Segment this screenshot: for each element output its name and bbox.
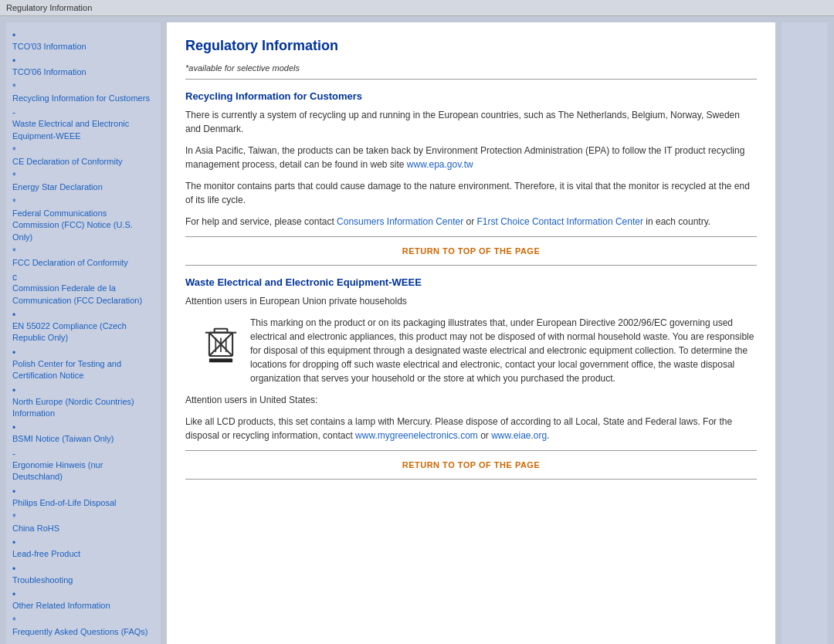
title-bar: Regulatory Information xyxy=(0,0,834,16)
nav-link-en55022[interactable]: EN 55022 Compliance (Czech Republic Only… xyxy=(12,320,154,344)
nav-link-tco06[interactable]: TCO'06 Information xyxy=(12,66,154,78)
list-item: Waste Electrical and Electronic Equipmen… xyxy=(12,107,154,142)
list-item: Philips End-of-Life Disposal xyxy=(12,486,154,509)
nav-link-bsmi[interactable]: BSMI Notice (Taiwan Only) xyxy=(12,433,154,445)
left-sidebar: TCO'03 Information TCO'06 Information Re… xyxy=(6,22,161,644)
section2-us-text: Like all LCD products, this set contains… xyxy=(185,415,757,442)
list-item: TCO'06 Information xyxy=(12,56,154,78)
list-item: Recycling Information for Customers xyxy=(12,82,154,104)
section1-para4-mid: or xyxy=(463,216,476,227)
nav-link-polish[interactable]: Polish Center for Testing and Certificat… xyxy=(12,358,154,382)
nav-list: TCO'03 Information TCO'06 Information Re… xyxy=(6,22,161,644)
list-item: BSMI Notice (Taiwan Only) xyxy=(12,422,154,445)
nav-link-commission[interactable]: Commission Federale de la Communication … xyxy=(12,283,154,307)
consumers-info-link[interactable]: Consumers Information Center xyxy=(337,216,463,227)
nav-link-fcc-declaration[interactable]: FCC Declaration of Conformity xyxy=(12,257,154,269)
list-item: TCO'03 Information xyxy=(12,30,154,53)
section1-para4-end: in each country. xyxy=(643,216,710,227)
available-note: *available for selective models xyxy=(185,63,757,73)
attention-eu: Attention users in European Union privat… xyxy=(185,294,757,308)
list-item: Ergonomie Hinweis (nur Deutschland) xyxy=(12,449,154,483)
section1-title: Recycling Information for Customers xyxy=(185,90,757,102)
divider-return2-bottom xyxy=(185,479,757,480)
f1rst-choice-link[interactable]: F1rst Choice Contact Information Center xyxy=(477,216,643,227)
attention-us: Attention users in United States: xyxy=(185,393,757,407)
mygreenelectronics-link[interactable]: www.mygreenelectronics.com xyxy=(355,430,478,441)
page-title: Regulatory Information xyxy=(185,38,757,54)
us-mid: or xyxy=(478,430,491,441)
list-item: North Europe (Nordic Countries) Informat… xyxy=(12,385,154,420)
list-item: Polish Center for Testing and Certificat… xyxy=(12,347,154,382)
right-sidebar xyxy=(781,22,828,644)
svg-rect-8 xyxy=(209,358,232,362)
nav-link-other-related[interactable]: Other Related Information xyxy=(12,600,154,612)
nav-link-lead-free[interactable]: Lead-free Product xyxy=(12,548,154,560)
section2-title: Waste Electrical and Electronic Equipmen… xyxy=(185,276,757,288)
nav-link-ergonomie[interactable]: Ergonomie Hinweis (nur Deutschland) xyxy=(12,459,154,483)
section1-para2: In Asia Pacific, Taiwan, the products ca… xyxy=(185,144,757,171)
nav-link-faq[interactable]: Frequently Asked Questions (FAQs) xyxy=(12,626,154,638)
list-item: Commission Federale de la Communication … xyxy=(12,272,154,307)
eiae-link[interactable]: www.eiae.org xyxy=(491,430,547,441)
section1-para1: There is currently a system of recycling… xyxy=(185,108,757,136)
nav-link-tco03[interactable]: TCO'03 Information xyxy=(12,41,154,53)
return-to-top-1[interactable]: RETURN TO TOP OF THE PAGE xyxy=(185,246,757,256)
divider-top xyxy=(185,79,757,80)
nav-link-energy-star[interactable]: Energy Star Declaration xyxy=(12,181,154,193)
weee-text-container: This marking on the product or on its pa… xyxy=(250,316,757,393)
list-item: China RoHS xyxy=(12,512,154,534)
divider-return1 xyxy=(185,236,757,237)
list-item: Energy Star Declaration xyxy=(12,171,154,193)
list-item: Federal Communications Commission (FCC) … xyxy=(12,197,154,243)
list-item: CE Declaration of Conformity xyxy=(12,145,154,168)
list-item: FCC Declaration of Conformity xyxy=(12,246,154,269)
list-item: Troubleshooting xyxy=(12,564,154,586)
svg-rect-2 xyxy=(215,329,228,333)
section2-body: This marking on the product or on its pa… xyxy=(250,316,757,385)
list-item: Lead-free Product xyxy=(12,537,154,560)
epa-link[interactable]: www.epa.gov.tw xyxy=(407,159,473,170)
nav-link-north-europe[interactable]: North Europe (Nordic Countries) Informat… xyxy=(12,396,154,420)
center-panel: Regulatory Information *available for se… xyxy=(167,22,775,644)
return-to-top-2[interactable]: RETURN TO TOP OF THE PAGE xyxy=(185,460,757,469)
nav-link-weee[interactable]: Waste Electrical and Electronic Equipmen… xyxy=(12,118,154,142)
nav-link-recycling[interactable]: Recycling Information for Customers xyxy=(12,93,154,104)
divider-return2 xyxy=(185,450,757,451)
nav-link-fcc[interactable]: Federal Communications Commission (FCC) … xyxy=(12,208,154,243)
nav-link-troubleshooting[interactable]: Troubleshooting xyxy=(12,575,154,586)
weee-icon xyxy=(201,324,241,364)
nav-link-ce[interactable]: CE Declaration of Conformity xyxy=(12,156,154,168)
section1-para4: For help and service, please contact Con… xyxy=(185,215,757,229)
list-item: EN 55022 Compliance (Czech Republic Only… xyxy=(12,310,154,344)
nav-link-philips-disposal[interactable]: Philips End-of-Life Disposal xyxy=(12,497,154,509)
us-end: . xyxy=(547,430,549,441)
list-item: Frequently Asked Questions (FAQs) xyxy=(12,615,154,638)
section1-para3: The monitor contains parts that could ca… xyxy=(185,179,757,207)
list-item: Other Related Information xyxy=(12,589,154,612)
title-bar-text: Regulatory Information xyxy=(6,3,92,12)
section1-para4-text: For help and service, please contact xyxy=(185,216,337,227)
nav-link-china-rohs[interactable]: China RoHS xyxy=(12,523,154,534)
divider-return1-bottom xyxy=(185,265,757,266)
